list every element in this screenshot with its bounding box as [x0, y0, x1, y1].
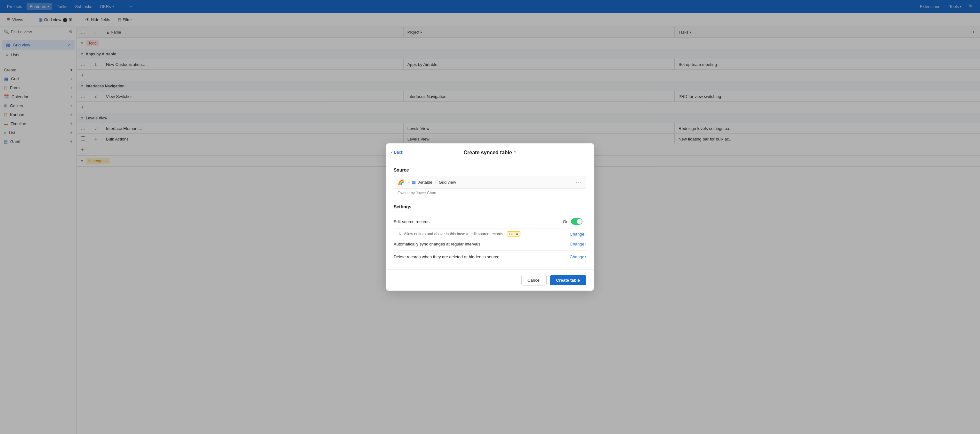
- modal-title: Create synced table: [464, 150, 512, 156]
- settings-title: Settings: [394, 204, 586, 209]
- modal-body: Source 🌈 › ▦ Airtable › Grid view ··· Ow…: [386, 161, 594, 269]
- back-button[interactable]: ‹ Back: [391, 149, 403, 154]
- cancel-button[interactable]: Cancel: [521, 275, 546, 286]
- source-owner: Owned by Joyce Chan: [394, 190, 586, 198]
- toggle-on-label: On: [563, 219, 568, 224]
- change-btn-delete[interactable]: Change ›: [570, 254, 586, 259]
- toggle-container: On: [563, 218, 582, 225]
- setting-row-edit: Edit source records On: [394, 215, 586, 229]
- setting-sub-allow: ↳ Allow editors and above in this base t…: [394, 229, 586, 238]
- airtable-logo-icon: 🌈: [398, 179, 404, 185]
- source-grid-view-icon: ▦: [412, 180, 416, 185]
- beta-badge: BETA: [507, 231, 520, 237]
- sub-arrow-icon: ↳: [399, 232, 402, 236]
- back-arrow-icon: ‹: [391, 149, 393, 154]
- create-synced-table-modal: ‹ Back Create synced table ? Source 🌈 › …: [386, 143, 594, 291]
- source-section: Source 🌈 › ▦ Airtable › Grid view ··· Ow…: [394, 167, 586, 198]
- sub-text: Allow editors and above in this base to …: [404, 232, 503, 236]
- setting-label-edit: Edit source records: [394, 219, 563, 224]
- source-row: 🌈 › ▦ Airtable › Grid view ···: [394, 176, 586, 189]
- edit-source-toggle[interactable]: [571, 218, 582, 225]
- modal-header: ‹ Back Create synced table ?: [386, 143, 594, 161]
- change-btn-edit-sub[interactable]: Change ›: [570, 232, 586, 237]
- change-chevron-icon: ›: [585, 232, 586, 237]
- change-btn-sync[interactable]: Change ›: [570, 242, 586, 246]
- modal-overlay[interactable]: ‹ Back Create synced table ? Source 🌈 › …: [0, 0, 980, 434]
- source-more-btn[interactable]: ···: [576, 180, 582, 185]
- modal-footer: Cancel Create table: [386, 269, 594, 291]
- setting-row-sync: Automatically sync changes at regular in…: [394, 238, 586, 251]
- delete-chevron-icon: ›: [585, 254, 586, 259]
- setting-row-delete: Delete records when they are deleted or …: [394, 251, 586, 263]
- setting-label-sync: Automatically sync changes at regular in…: [394, 242, 570, 246]
- create-table-button[interactable]: Create table: [550, 275, 586, 285]
- toggle-knob: [577, 219, 582, 224]
- source-app-name: Airtable › Grid view: [418, 180, 456, 185]
- sync-chevron-icon: ›: [585, 242, 586, 246]
- source-arrow-icon: ›: [407, 180, 409, 185]
- modal-help-icon[interactable]: ?: [514, 150, 517, 155]
- settings-section: Settings Edit source records On ↳ Allow …: [394, 204, 586, 263]
- source-label: Source: [394, 167, 586, 173]
- source-separator: ›: [435, 180, 436, 185]
- setting-label-delete: Delete records when they are deleted or …: [394, 254, 570, 259]
